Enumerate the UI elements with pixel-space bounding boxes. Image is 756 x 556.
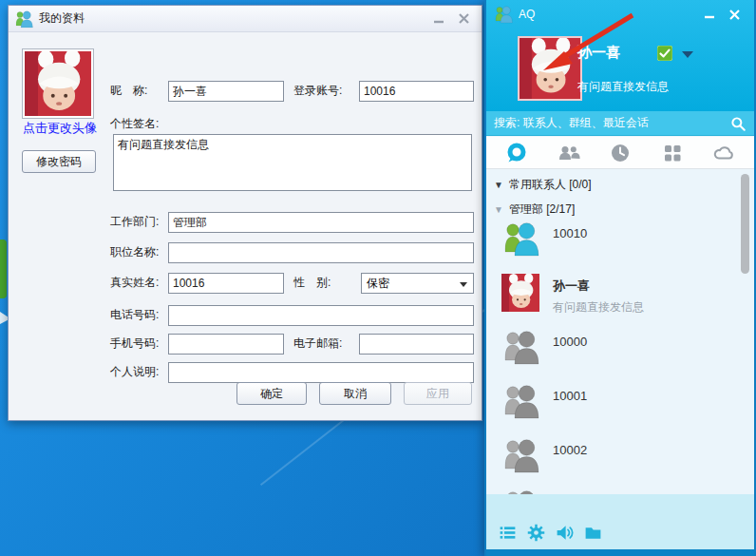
profile-body: 点击更改头像 修改密码 昵 称: 登录账号: 个性签名: 有问题直接发信息 工作… (9, 32, 482, 420)
contact-row[interactable]: 10003 (486, 488, 741, 494)
search-bar[interactable]: 搜索: 联系人、群组、最近会话 (486, 111, 754, 136)
group-count: [2/17] (546, 202, 575, 216)
contact-row[interactable]: 10001 (486, 382, 741, 435)
contact-name: 10002 (553, 443, 587, 457)
minimize-icon (704, 9, 715, 20)
position-label: 职位名称: (110, 241, 159, 262)
signature-textarea[interactable]: 有问题直接发信息 (113, 134, 472, 191)
sound-button[interactable] (555, 523, 575, 543)
minimize-icon (433, 13, 444, 25)
tab-history[interactable] (609, 142, 632, 164)
profile-avatar[interactable] (22, 48, 94, 119)
mobile-label: 手机号码: (110, 333, 159, 354)
main-header: AQ 孙一喜 有问题直接发信息 (486, 0, 754, 111)
gear-icon (526, 523, 546, 543)
department-input[interactable] (168, 212, 474, 233)
contact-name: 10001 (553, 389, 587, 403)
ok-button[interactable]: 确定 (236, 382, 307, 405)
group-count: [0/0] (569, 178, 591, 191)
bottom-toolbar (486, 494, 754, 549)
contact-signature: 有问题直接发信息 (553, 299, 644, 316)
realname-label: 真实姓名: (110, 272, 159, 293)
contact-list: ▼ 常用联系人 [0/0] ▼ 管理部 [2/17] 10010 孙一喜 有问题… (486, 169, 754, 494)
scrollbar-thumb[interactable] (741, 174, 749, 274)
grid-icon (661, 142, 684, 164)
profile-titlebar[interactable]: 我的资料 (9, 6, 482, 32)
cancel-button[interactable]: 取消 (319, 382, 391, 405)
user-signature: 有问题直接发信息 (577, 79, 669, 95)
group-frequent-contacts[interactable]: ▼ 常用联系人 [0/0] (486, 172, 754, 197)
status-dropdown-icon[interactable] (682, 51, 693, 58)
avatar-photo (520, 38, 580, 99)
window-bottom-edge (486, 549, 754, 556)
department-label: 工作部门: (110, 211, 159, 232)
select-dropdown-icon (460, 282, 467, 287)
contact-name: 10000 (553, 335, 587, 349)
buddy-offline-icon (501, 488, 539, 494)
status-online-icon[interactable] (657, 46, 672, 61)
position-input[interactable] (168, 242, 474, 263)
contact-row[interactable]: 孙一喜 有问题直接发信息 (486, 274, 741, 327)
user-avatar[interactable] (518, 36, 582, 101)
app-logo-icon (14, 10, 33, 29)
main-menu-button[interactable] (498, 523, 518, 543)
settings-button[interactable] (526, 523, 546, 543)
nickname-label: 昵 称: (110, 80, 147, 101)
gender-label: 性 别: (293, 272, 331, 293)
profile-dialog: 我的资料 点击更改头像 修改密码 昵 称: 登录账号: 个性签名: 有问题直接发… (8, 5, 482, 421)
contact-row[interactable]: 10000 (486, 328, 741, 381)
group-label: 管理部 (509, 201, 543, 218)
minimize-button[interactable] (697, 5, 722, 24)
buddy-offline-icon (501, 328, 539, 366)
file-manager-button[interactable] (583, 523, 603, 543)
email-input[interactable] (359, 334, 474, 355)
change-avatar-link[interactable]: 点击更改头像 (10, 120, 109, 137)
gender-value: 保密 (367, 276, 389, 292)
close-icon (459, 13, 469, 24)
signature-label: 个性签名: (110, 113, 159, 134)
tab-cloud[interactable] (712, 142, 735, 164)
buddy-online-icon (501, 220, 539, 258)
description-input[interactable] (168, 362, 474, 383)
window-title: AQ (519, 8, 697, 21)
description-label: 个人说明: (110, 361, 159, 382)
tab-chat[interactable] (505, 142, 528, 164)
desktop-icon-sliver (0, 240, 7, 298)
contact-name: 10010 (553, 226, 587, 240)
search-placeholder: 搜索: 联系人、群组、最近会话 (494, 115, 729, 131)
gender-select[interactable]: 保密 (361, 273, 474, 294)
avatar-photo (25, 51, 91, 116)
buddy-offline-icon (501, 382, 539, 420)
tab-apps[interactable] (661, 142, 684, 164)
speaker-icon (555, 523, 575, 543)
close-button[interactable] (722, 5, 747, 24)
buddy-offline-icon (501, 436, 539, 474)
realname-input[interactable] (168, 273, 284, 294)
search-icon[interactable] (729, 115, 747, 132)
menu-list-icon (498, 523, 518, 543)
tab-bar (486, 137, 754, 169)
people-icon (558, 142, 580, 164)
contact-name: 孙一喜 (553, 278, 590, 295)
app-logo-icon (494, 5, 513, 24)
main-titlebar[interactable]: AQ (486, 0, 754, 29)
expand-triangle-icon: ▼ (494, 204, 503, 215)
contact-row[interactable]: 10010 (486, 220, 741, 273)
contact-row[interactable]: 10002 (486, 436, 741, 489)
cloud-icon (712, 142, 735, 164)
phone-input[interactable] (168, 305, 474, 326)
change-password-button[interactable]: 修改密码 (22, 150, 96, 173)
nickname-input[interactable] (168, 81, 284, 102)
minimize-button[interactable] (426, 10, 451, 29)
clock-icon (609, 142, 632, 164)
phone-label: 电话号码: (110, 304, 159, 325)
close-button[interactable] (451, 10, 476, 29)
group-management-dept[interactable]: ▼ 管理部 [2/17] (486, 197, 754, 221)
close-icon (729, 10, 740, 20)
mobile-input[interactable] (168, 334, 284, 355)
account-input[interactable] (359, 81, 474, 102)
group-label: 常用联系人 (509, 177, 566, 193)
apply-button[interactable]: 应用 (404, 382, 472, 405)
contact-avatar (501, 274, 539, 312)
tab-contacts[interactable] (558, 142, 580, 164)
